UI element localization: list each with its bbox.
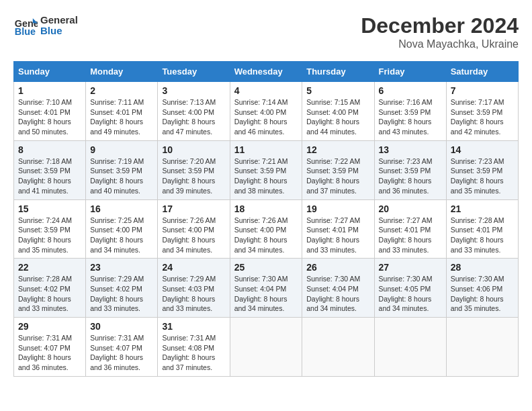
sunrise-text: Sunrise: 7:28 AM — [18, 274, 81, 284]
sunrise-text: Sunrise: 7:22 AM — [306, 156, 369, 167]
day-info: Sunrise: 7:20 AMSunset: 3:59 PMDaylight:… — [162, 156, 225, 196]
day-number: 30 — [90, 321, 153, 332]
day-info: Sunrise: 7:23 AMSunset: 3:59 PMDaylight:… — [451, 156, 514, 196]
weekday-tuesday: Tuesday — [158, 62, 230, 82]
weekday-header-row: SundayMondayTuesdayWednesdayThursdayFrid… — [14, 62, 519, 82]
sunset-text: Sunset: 4:04 PM — [306, 284, 369, 294]
sunset-text: Sunset: 4:07 PM — [90, 343, 153, 353]
day-number: 8 — [18, 144, 81, 155]
day-info: Sunrise: 7:19 AMSunset: 3:59 PMDaylight:… — [90, 156, 153, 196]
daylight-text: Daylight: 8 hours and 50 minutes. — [18, 117, 81, 136]
daylight-text: Daylight: 8 hours and 33 minutes. — [379, 235, 442, 255]
sunrise-text: Sunrise: 7:19 AM — [90, 156, 153, 167]
calendar-cell: 9Sunrise: 7:19 AMSunset: 3:59 PMDaylight… — [86, 140, 158, 199]
logo: General Blue General Blue — [13, 13, 78, 38]
sunrise-text: Sunrise: 7:16 AM — [379, 97, 442, 107]
sunset-text: Sunset: 4:04 PM — [234, 284, 298, 294]
daylight-text: Daylight: 8 hours and 44 minutes. — [306, 117, 369, 136]
title-block: December 2024 Nova Mayachka, Ukraine — [361, 13, 519, 50]
daylight-text: Daylight: 8 hours and 33 minutes. — [18, 294, 81, 314]
day-number: 23 — [90, 262, 153, 273]
weekday-thursday: Thursday — [302, 62, 374, 82]
sunrise-text: Sunrise: 7:30 AM — [451, 274, 514, 284]
day-number: 17 — [162, 203, 225, 214]
day-info: Sunrise: 7:24 AMSunset: 3:59 PMDaylight:… — [18, 216, 81, 255]
daylight-text: Daylight: 8 hours and 34 minutes. — [234, 235, 298, 255]
daylight-text: Daylight: 8 hours and 33 minutes. — [90, 294, 153, 314]
sunset-text: Sunset: 3:59 PM — [18, 225, 81, 235]
calendar-cell: 1Sunrise: 7:10 AMSunset: 4:01 PMDaylight… — [14, 82, 86, 141]
sunset-text: Sunset: 4:01 PM — [306, 225, 369, 235]
day-info: Sunrise: 7:10 AMSunset: 4:01 PMDaylight:… — [18, 97, 81, 137]
sunrise-text: Sunrise: 7:11 AM — [90, 97, 153, 107]
sunset-text: Sunset: 4:08 PM — [162, 343, 225, 353]
weekday-friday: Friday — [374, 62, 446, 82]
daylight-text: Daylight: 8 hours and 42 minutes. — [451, 117, 514, 136]
day-number: 4 — [234, 85, 298, 96]
daylight-text: Daylight: 8 hours and 41 minutes. — [18, 176, 81, 195]
daylight-text: Daylight: 8 hours and 34 minutes. — [162, 235, 225, 255]
calendar-cell: 5Sunrise: 7:15 AMSunset: 4:00 PMDaylight… — [302, 82, 374, 141]
day-info: Sunrise: 7:31 AMSunset: 4:08 PMDaylight:… — [162, 333, 225, 373]
day-info: Sunrise: 7:30 AMSunset: 4:04 PMDaylight:… — [234, 274, 298, 314]
page-header: General Blue General Blue December 2024 … — [13, 13, 519, 50]
weekday-sunday: Sunday — [14, 62, 86, 82]
sunset-text: Sunset: 4:00 PM — [162, 225, 225, 235]
sunset-text: Sunset: 3:59 PM — [162, 166, 225, 176]
calendar-cell: 20Sunrise: 7:27 AMSunset: 4:01 PMDayligh… — [374, 199, 446, 259]
day-number: 19 — [306, 203, 369, 214]
day-number: 28 — [451, 262, 514, 273]
sunrise-text: Sunrise: 7:29 AM — [162, 274, 225, 284]
daylight-text: Daylight: 8 hours and 33 minutes. — [162, 294, 225, 314]
calendar-cell — [446, 318, 518, 377]
logo-line1: General — [40, 15, 78, 26]
calendar-cell: 4Sunrise: 7:14 AMSunset: 4:00 PMDaylight… — [230, 82, 302, 141]
day-info: Sunrise: 7:17 AMSunset: 3:59 PMDaylight:… — [451, 97, 514, 137]
weekday-wednesday: Wednesday — [230, 62, 302, 82]
day-info: Sunrise: 7:15 AMSunset: 4:00 PMDaylight:… — [306, 97, 369, 137]
sunset-text: Sunset: 3:59 PM — [18, 166, 81, 176]
calendar-cell — [302, 318, 374, 377]
day-info: Sunrise: 7:30 AMSunset: 4:04 PMDaylight:… — [306, 274, 369, 314]
calendar-cell: 26Sunrise: 7:30 AMSunset: 4:04 PMDayligh… — [302, 259, 374, 318]
sunrise-text: Sunrise: 7:26 AM — [234, 216, 298, 226]
calendar-cell: 23Sunrise: 7:29 AMSunset: 4:02 PMDayligh… — [86, 259, 158, 318]
day-info: Sunrise: 7:29 AMSunset: 4:03 PMDaylight:… — [162, 274, 225, 314]
day-info: Sunrise: 7:30 AMSunset: 4:06 PMDaylight:… — [451, 274, 514, 314]
sunrise-text: Sunrise: 7:10 AM — [18, 97, 81, 107]
sunset-text: Sunset: 4:01 PM — [90, 107, 153, 118]
calendar-cell — [230, 318, 302, 377]
day-info: Sunrise: 7:29 AMSunset: 4:02 PMDaylight:… — [90, 274, 153, 314]
calendar-cell: 14Sunrise: 7:23 AMSunset: 3:59 PMDayligh… — [446, 140, 518, 199]
sunrise-text: Sunrise: 7:31 AM — [18, 333, 81, 343]
daylight-text: Daylight: 8 hours and 35 minutes. — [451, 176, 514, 195]
day-number: 20 — [379, 203, 442, 214]
sunset-text: Sunset: 4:02 PM — [90, 284, 153, 294]
day-number: 26 — [306, 262, 369, 273]
calendar-cell: 3Sunrise: 7:13 AMSunset: 4:00 PMDaylight… — [158, 82, 230, 141]
calendar-table: SundayMondayTuesdayWednesdayThursdayFrid… — [13, 61, 519, 377]
calendar-cell: 12Sunrise: 7:22 AMSunset: 3:59 PMDayligh… — [302, 140, 374, 199]
sunset-text: Sunset: 3:59 PM — [90, 166, 153, 176]
calendar-cell: 2Sunrise: 7:11 AMSunset: 4:01 PMDaylight… — [86, 82, 158, 141]
sunset-text: Sunset: 3:59 PM — [379, 166, 442, 176]
sunset-text: Sunset: 4:00 PM — [306, 107, 369, 118]
calendar-cell: 27Sunrise: 7:30 AMSunset: 4:05 PMDayligh… — [374, 259, 446, 318]
daylight-text: Daylight: 8 hours and 36 minutes. — [18, 353, 81, 372]
daylight-text: Daylight: 8 hours and 38 minutes. — [234, 176, 298, 195]
day-info: Sunrise: 7:26 AMSunset: 4:00 PMDaylight:… — [234, 216, 298, 255]
day-info: Sunrise: 7:13 AMSunset: 4:00 PMDaylight:… — [162, 97, 225, 137]
sunset-text: Sunset: 4:00 PM — [234, 107, 298, 118]
calendar-cell: 8Sunrise: 7:18 AMSunset: 3:59 PMDaylight… — [14, 140, 86, 199]
calendar-cell: 13Sunrise: 7:23 AMSunset: 3:59 PMDayligh… — [374, 140, 446, 199]
day-info: Sunrise: 7:28 AMSunset: 4:01 PMDaylight:… — [451, 216, 514, 255]
sunset-text: Sunset: 3:59 PM — [451, 107, 514, 118]
sunrise-text: Sunrise: 7:18 AM — [18, 156, 81, 167]
sunrise-text: Sunrise: 7:26 AM — [162, 216, 225, 226]
day-number: 3 — [162, 85, 225, 96]
calendar-cell: 21Sunrise: 7:28 AMSunset: 4:01 PMDayligh… — [446, 199, 518, 259]
calendar-cell: 28Sunrise: 7:30 AMSunset: 4:06 PMDayligh… — [446, 259, 518, 318]
calendar-cell: 19Sunrise: 7:27 AMSunset: 4:01 PMDayligh… — [302, 199, 374, 259]
svg-text:Blue: Blue — [15, 26, 36, 37]
day-info: Sunrise: 7:16 AMSunset: 3:59 PMDaylight:… — [379, 97, 442, 137]
